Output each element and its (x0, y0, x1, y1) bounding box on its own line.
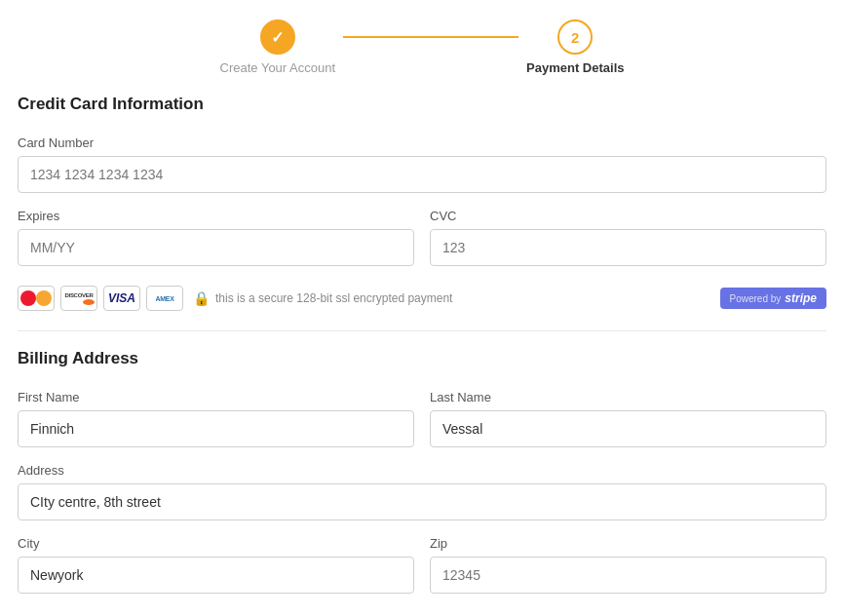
step-1-circle: ✓ (260, 19, 295, 55)
card-number-label: Card Number (18, 135, 826, 150)
card-number-group: Card Number (18, 135, 826, 193)
address-group: Address (18, 463, 826, 520)
mastercard-icon (18, 286, 55, 311)
step-2: 2 Payment Details (526, 19, 624, 75)
address-input[interactable] (18, 483, 826, 520)
expires-input[interactable] (18, 229, 414, 266)
step-1-checkmark: ✓ (271, 28, 284, 47)
expires-group: Expires (18, 209, 414, 266)
step-1-label: Create Your Account (220, 60, 336, 75)
amex-icon: AMEX (146, 286, 183, 311)
cvc-group: CVC (430, 209, 826, 266)
name-row: First Name Last Name (18, 390, 826, 463)
first-name-group: First Name (18, 390, 414, 447)
billing-section-title: Billing Address (18, 349, 826, 372)
step-2-circle: 2 (557, 19, 593, 55)
zip-label: Zip (430, 536, 826, 551)
first-name-label: First Name (18, 390, 414, 404)
zip-group: Zip (430, 536, 826, 594)
address-label: Address (18, 463, 826, 478)
step-connector (343, 36, 518, 38)
last-name-group: Last Name (430, 390, 826, 447)
step-2-label: Payment Details (526, 60, 624, 75)
city-input[interactable] (18, 557, 414, 594)
discover-icon: DISCOVER (60, 286, 97, 311)
credit-card-section-title: Credit Card Information (18, 95, 826, 118)
expires-cvc-row: Expires CVC (18, 209, 826, 282)
secure-text: this is a secure 128-bit ssl encrypted p… (215, 291, 452, 305)
section-divider (18, 330, 826, 331)
step-1: ✓ Create Your Account (220, 19, 336, 75)
step-2-number: 2 (571, 29, 579, 46)
cvc-label: CVC (430, 209, 826, 223)
city-label: City (18, 536, 414, 551)
cvc-input[interactable] (430, 229, 826, 266)
first-name-input[interactable] (18, 410, 414, 447)
powered-by-label: Powered by (730, 293, 782, 304)
last-name-input[interactable] (430, 410, 826, 447)
lock-icon: 🔒 (193, 290, 210, 306)
stripe-name: stripe (785, 291, 817, 305)
city-group: City (18, 536, 414, 594)
last-name-label: Last Name (430, 390, 826, 404)
card-number-input[interactable] (18, 156, 826, 193)
stepper: ✓ Create Your Account 2 Payment Details (0, 0, 844, 85)
form-container: Credit Card Information Card Number Expi… (0, 85, 844, 616)
expires-label: Expires (18, 209, 414, 223)
visa-icon: VISA (103, 286, 140, 311)
city-zip-row: City Zip (18, 536, 826, 609)
payment-icons-row: DISCOVER VISA AMEX 🔒 this is a secure 12… (18, 286, 826, 311)
zip-input[interactable] (430, 557, 826, 594)
stripe-badge: Powered by stripe (720, 288, 827, 309)
